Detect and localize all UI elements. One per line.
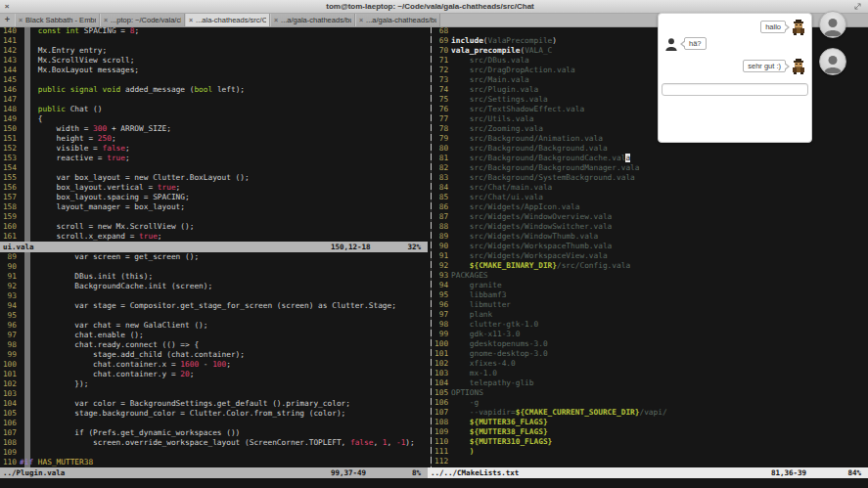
- code-line: 91 DBus.init (this);: [0, 272, 428, 282]
- code-line: 151 height = 250;: [0, 134, 428, 144]
- code-line: 109 ${MUTTER38_FLAGS}: [434, 427, 868, 437]
- tab-close-icon[interactable]: ×: [359, 17, 363, 23]
- code-line: 148 public Chat (): [0, 105, 428, 114]
- chat-input[interactable]: [662, 83, 808, 96]
- code-line: 88 src/Widgets/WindowSwitcher.vala: [434, 222, 868, 232]
- chat-bubble: sehr gut :): [743, 60, 786, 72]
- status-filename: ../Plugin.vala: [3, 468, 331, 477]
- code-line: 143 Mx.ScrollView scroll;: [0, 56, 428, 66]
- chat-bubble: hä?: [684, 37, 707, 50]
- code-line: 95: [0, 311, 428, 321]
- code-line: 111 ): [434, 447, 868, 457]
- code-line: 80 src/Background/Background.vala: [434, 144, 868, 154]
- window-title: tom@tom-laeptop: ~/Code/vala/gala-chathe…: [14, 2, 846, 11]
- chat-panel: hallo hä?sehr gut :): [658, 13, 812, 143]
- code-line: 146 public signal void added_message (bo…: [0, 85, 428, 95]
- code-line: 92 BackgroundCache.init (screen);: [0, 282, 428, 291]
- code-line: 96 var chat = new GalaClient ();: [0, 321, 428, 331]
- chat-message-1: hä?: [659, 35, 811, 52]
- code-line: 157 box_layout.spacing = SPACING;: [0, 193, 428, 202]
- person-silhouette-icon: [664, 37, 678, 51]
- tab-label: ...a/gala-chatheads/build: [281, 16, 351, 24]
- code-line: 99 stage.add_child (chat.container);: [0, 350, 428, 360]
- code-line: 95 libbamf3: [434, 290, 868, 300]
- tab-0[interactable]: ×Black Sabbath - Embryo: [15, 14, 100, 26]
- code-line: 98 clutter-gtk-1.0: [434, 320, 868, 330]
- tab-label: ...ala-chatheads/src/Chat: [196, 16, 266, 24]
- code-line: 160 scroll = new Mx.ScrollView ();: [0, 222, 428, 232]
- code-line: 142 Mx.Entry entry;: [0, 46, 428, 56]
- code-line: 85 src/Chat/ui.vala: [434, 193, 868, 202]
- code-line: 89 var screen = get_screen ();: [0, 252, 428, 262]
- tab-3[interactable]: ×...a/gala-chatheads/build: [270, 14, 355, 26]
- code-line: 102 });: [0, 379, 428, 389]
- new-tab-button[interactable]: +: [0, 14, 15, 26]
- status-scroll-pct: 84%: [832, 468, 865, 477]
- code-line: 109: [0, 448, 428, 458]
- vim-window-ui-vala[interactable]: 140 const int SPACING = 8;141142 Mx.Entr…: [0, 26, 428, 242]
- code-line: 105OPTIONS: [434, 388, 868, 398]
- code-line: 107 --vapidir=${CMAKE_CURRENT_SOURCE_DIR…: [434, 408, 868, 418]
- code-line: 92 ${CMAKE_BINARY_DIR}/src/Config.vala: [434, 261, 868, 271]
- code-line: 84 src/Chat/main.vala: [434, 183, 868, 193]
- pixel-character-avatar: [792, 20, 805, 35]
- code-line: 107 if (Prefs.get_dynamic_workspaces ()): [0, 428, 428, 438]
- code-line: 108 screen.override_workspace_layout (Sc…: [0, 438, 428, 448]
- tab-close-icon[interactable]: ×: [189, 17, 193, 23]
- pixel-character-avatar: [792, 59, 805, 74]
- statusline-cmakelists: ../../CMakeLists.txt 81,36-39 84%: [428, 467, 868, 478]
- chat-message-2: sehr gut :): [659, 58, 811, 74]
- code-line: 97 plank: [434, 310, 868, 320]
- tab-label: Black Sabbath - Embryo: [25, 16, 96, 24]
- window-resize-icon[interactable]: [846, 3, 868, 10]
- chat-message-0: hallo: [659, 19, 811, 35]
- code-line: 91 src/Widgets/WorkspaceView.vala: [434, 251, 868, 261]
- code-line: 149 {: [0, 114, 428, 124]
- code-line: 89 src/Widgets/WindowThumb.vala: [434, 232, 868, 242]
- code-line: 93PACKAGES: [434, 271, 868, 281]
- chat-message-list: hallo hä?sehr gut :): [659, 19, 811, 74]
- code-line: 90: [0, 262, 428, 272]
- code-line: 158 layout_manager = box_layout;: [0, 202, 428, 212]
- code-line: 86 src/Widgets/AppIcon.vala: [434, 202, 868, 212]
- status-cursor-pos: 99,37-49: [331, 468, 391, 477]
- code-line: 100 chat.container.x = 1600 - 100;: [0, 360, 428, 370]
- vim-vertical-split[interactable]: [431, 26, 432, 467]
- code-line: 150 width = 300 + ARROW_SIZE;: [0, 124, 428, 134]
- chat-head-avatar-1[interactable]: [819, 11, 846, 38]
- tab-close-icon[interactable]: ×: [19, 17, 23, 23]
- code-line: 145: [0, 75, 428, 85]
- status-scroll-pct: 8%: [391, 468, 425, 477]
- code-line: 106 -g: [434, 398, 868, 408]
- window-close-icon[interactable]: ×: [0, 2, 14, 11]
- code-line: 153 reactive = true;: [0, 154, 428, 163]
- code-line: 81 src/Background/BackgroundCache.vala: [434, 154, 868, 163]
- code-line: 83 src/Background/SystemBackground.vala: [434, 173, 868, 183]
- tab-1[interactable]: ×...ptop: ~/Code/vala/chat: [100, 14, 185, 26]
- code-line: 112: [434, 457, 868, 466]
- status-cursor-pos: 150,12-18: [331, 243, 391, 251]
- code-line: 159: [0, 212, 428, 222]
- code-line: 104 var color = BackgroundSettings.get_d…: [0, 399, 428, 409]
- code-line: 99 gdk-x11-3.0: [434, 330, 868, 339]
- status-cursor-pos: 81,36-39: [771, 468, 832, 477]
- code-line: 144 Mx.BoxLayout messages;: [0, 66, 428, 75]
- status-filename: ui.vala: [3, 243, 331, 251]
- code-line: 97 chat.enable ();: [0, 331, 428, 340]
- code-line: 93: [0, 291, 428, 301]
- tab-close-icon[interactable]: ×: [274, 17, 278, 23]
- code-line: 90 src/Widgets/WorkspaceThumb.vala: [434, 242, 868, 251]
- tab-4[interactable]: ×...a/gala-chatheads/build: [355, 14, 440, 26]
- statusline-ui-vala: ui.vala 150,12-18 32%: [0, 242, 428, 252]
- chat-head-avatar-2[interactable]: [819, 48, 846, 75]
- code-line: 101 chat.container.y = 20;: [0, 370, 428, 379]
- code-line: 82 src/Background/BackgroundManager.vala: [434, 163, 868, 173]
- tab-2[interactable]: ×...ala-chatheads/src/Chat: [185, 14, 270, 26]
- code-line: 100 gdesktopenums-3.0: [434, 339, 868, 349]
- code-line: 154: [0, 163, 428, 173]
- code-line: 96 libmutter: [434, 300, 868, 310]
- vim-window-plugin-vala[interactable]: 89 var screen = get_screen (); 90 91 DBu…: [0, 252, 428, 467]
- tab-close-icon[interactable]: ×: [104, 17, 108, 23]
- code-line: 105 stage.background_color = Clutter.Col…: [0, 409, 428, 419]
- code-line: 108 ${MUTTER36_FLAGS}: [434, 418, 868, 427]
